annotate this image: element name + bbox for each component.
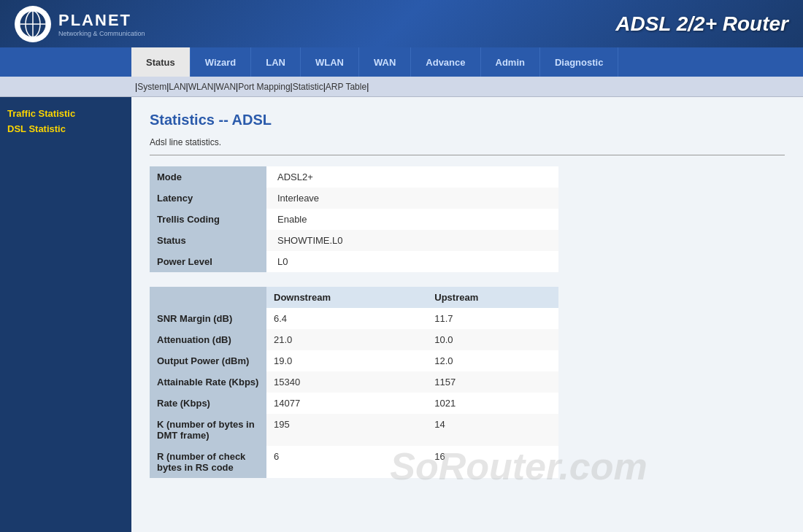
brand-name: PLANET bbox=[58, 11, 145, 30]
subnav-link-port-mapping[interactable]: Port Mapping bbox=[238, 82, 290, 92]
metric-label: Attenuation (dB) bbox=[150, 329, 266, 350]
nav-item-wlan[interactable]: WLAN bbox=[301, 47, 359, 77]
table-row: K (number of bytes in DMT frame)19514 bbox=[150, 414, 558, 446]
table-row: Power LevelL0 bbox=[150, 251, 558, 272]
table-row: ModeADSL2+ bbox=[150, 166, 558, 188]
metric-downstream: 6.4 bbox=[266, 308, 427, 329]
nav-item-admin[interactable]: Admin bbox=[481, 47, 540, 77]
stat-value: SHOWTIME.L0 bbox=[266, 230, 558, 251]
main-content: Statistics -- ADSL Adsl line statistics.… bbox=[131, 97, 803, 532]
metric-upstream: 1021 bbox=[427, 393, 558, 414]
table-row: StatusSHOWTIME.L0 bbox=[150, 230, 558, 251]
subnav-link-wan[interactable]: WAN bbox=[216, 82, 237, 92]
stat-label: Status bbox=[150, 230, 266, 251]
table-row: Attainable Rate (Kbps)153401157 bbox=[150, 371, 558, 393]
nav-item-lan[interactable]: LAN bbox=[251, 47, 301, 77]
metric-label: SNR Margin (dB) bbox=[150, 308, 266, 329]
metric-downstream: 14077 bbox=[266, 393, 427, 414]
metric-upstream: 10.0 bbox=[427, 329, 558, 350]
subnav-link-wlan[interactable]: WLAN bbox=[188, 82, 214, 92]
sidebar: Traffic StatisticDSL Statistic bbox=[0, 97, 131, 532]
metric-downstream: 21.0 bbox=[266, 329, 427, 350]
logo-icon bbox=[15, 6, 51, 42]
router-title: ADSL 2/2+ Router bbox=[615, 12, 788, 36]
stat-label: Power Level bbox=[150, 251, 266, 272]
nav-item-wizard[interactable]: Wizard bbox=[191, 47, 252, 77]
metric-upstream: 14 bbox=[427, 414, 558, 446]
stat-value: Interleave bbox=[266, 188, 558, 209]
metric-downstream: 19.0 bbox=[266, 350, 427, 371]
metrics-section: Downstream Upstream SNR Margin (dB)6.411… bbox=[150, 287, 558, 478]
layout: Traffic StatisticDSL Statistic Statistic… bbox=[0, 97, 803, 532]
logo-area: PLANET Networking & Communication bbox=[15, 6, 145, 42]
subnav-link-statistic[interactable]: Statistic bbox=[293, 82, 323, 92]
downstream-header: Downstream bbox=[266, 287, 427, 308]
metric-upstream: 12.0 bbox=[427, 350, 558, 371]
metric-label: Output Power (dBm) bbox=[150, 350, 266, 371]
table-row: Attenuation (dB)21.010.0 bbox=[150, 329, 558, 350]
stat-label: Trellis Coding bbox=[150, 209, 266, 230]
sidebar-item-dsl-statistic[interactable]: DSL Statistic bbox=[7, 123, 124, 134]
metric-label: R (number of check bytes in RS code bbox=[150, 446, 266, 478]
description: Adsl line statistics. bbox=[150, 137, 785, 147]
subnav-link-lan[interactable]: LAN bbox=[169, 82, 185, 92]
stat-value: ADSL2+ bbox=[266, 166, 558, 188]
metric-downstream: 195 bbox=[266, 414, 427, 446]
metric-label: Attainable Rate (Kbps) bbox=[150, 371, 266, 393]
metric-label: K (number of bytes in DMT frame) bbox=[150, 414, 266, 446]
table-row: LatencyInterleave bbox=[150, 188, 558, 209]
header: PLANET Networking & Communication ADSL 2… bbox=[0, 0, 803, 47]
stat-label: Mode bbox=[150, 166, 266, 188]
page-title: Statistics -- ADSL bbox=[150, 112, 785, 128]
metric-downstream: 15340 bbox=[266, 371, 427, 393]
metric-upstream: 1157 bbox=[427, 371, 558, 393]
table-row: Output Power (dBm)19.012.0 bbox=[150, 350, 558, 371]
table-row: R (number of check bytes in RS code616 bbox=[150, 446, 558, 478]
table-row: Rate (Kbps)140771021 bbox=[150, 393, 558, 414]
metrics-table: Downstream Upstream SNR Margin (dB)6.411… bbox=[150, 287, 558, 478]
upstream-header: Upstream bbox=[427, 287, 558, 308]
logo-text: PLANET Networking & Communication bbox=[58, 11, 145, 37]
stat-value: L0 bbox=[266, 251, 558, 272]
navbar: StatusWizardLANWLANWANAdvanceAdminDiagno… bbox=[0, 47, 803, 77]
metrics-empty-header bbox=[150, 287, 266, 308]
metric-downstream: 6 bbox=[266, 446, 427, 478]
stat-value: Enable bbox=[266, 209, 558, 230]
nav-item-wan[interactable]: WAN bbox=[359, 47, 411, 77]
subnav-link-arp-table[interactable]: ARP Table bbox=[326, 82, 366, 92]
stat-label: Latency bbox=[150, 188, 266, 209]
nav-item-advance[interactable]: Advance bbox=[411, 47, 480, 77]
brand-tagline: Networking & Communication bbox=[58, 30, 145, 37]
metric-upstream: 16 bbox=[427, 446, 558, 478]
table-row: SNR Margin (dB)6.411.7 bbox=[150, 308, 558, 329]
nav-item-diagnostic[interactable]: Diagnostic bbox=[540, 47, 618, 77]
subnav-link-system[interactable]: System bbox=[137, 82, 166, 92]
divider bbox=[150, 155, 785, 155]
table-row: Trellis CodingEnable bbox=[150, 209, 558, 230]
nav-item-status[interactable]: Status bbox=[131, 47, 191, 77]
sidebar-item-traffic-statistic[interactable]: Traffic Statistic bbox=[7, 108, 124, 119]
metric-upstream: 11.7 bbox=[427, 308, 558, 329]
subnav: | System | LAN | WLAN | WAN | Port Mappi… bbox=[0, 77, 803, 97]
metric-label: Rate (Kbps) bbox=[150, 393, 266, 414]
basic-stats-table: ModeADSL2+LatencyInterleaveTrellis Codin… bbox=[150, 166, 558, 272]
